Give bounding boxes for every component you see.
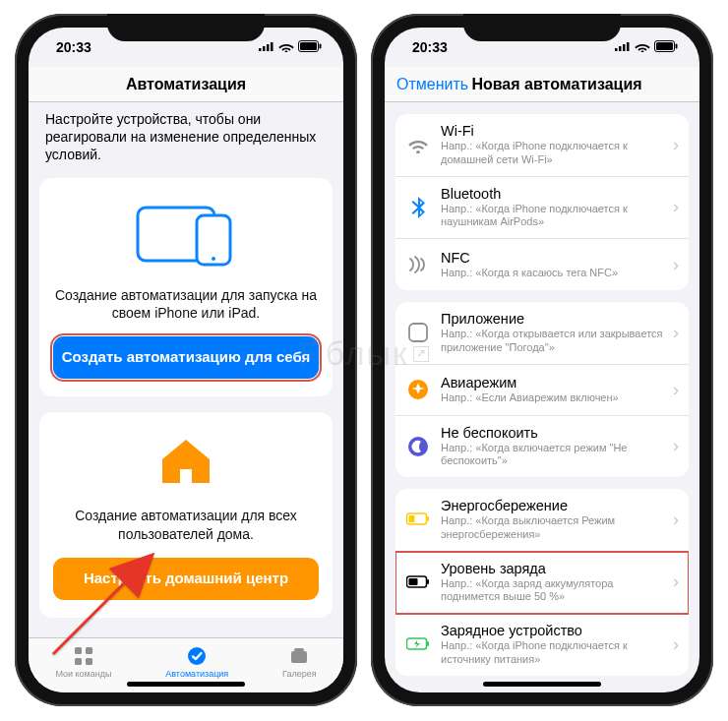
phone-right: 20:33 Отменить Новая автоматизация Wi-Fi…: [371, 14, 713, 706]
setup-home-hub-button[interactable]: Настроить домашний центр: [53, 558, 319, 600]
svg-rect-11: [86, 647, 92, 654]
wifi-icon: [278, 39, 294, 55]
chevron-right-icon: ›: [673, 255, 679, 275]
tab-my-label: Мои команды: [55, 669, 111, 679]
card1-text: Создание автоматизации для запуска на св…: [53, 286, 319, 324]
svg-rect-15: [291, 651, 307, 663]
nav-title: Автоматизация: [126, 76, 246, 93]
devices-icon: [132, 202, 240, 270]
svg-rect-30: [409, 515, 415, 522]
trigger-bluetooth[interactable]: BluetoothНапр.: «Когда iPhone подключает…: [395, 177, 689, 240]
trigger-app[interactable]: ПриложениеНапр.: «Когда открывается или …: [395, 302, 689, 365]
chevron-right-icon: ›: [673, 380, 679, 400]
svg-rect-12: [75, 658, 82, 665]
svg-point-9: [212, 257, 215, 261]
trigger-airplane[interactable]: АвиарежимНапр.: «Если Авиарежим включен»…: [395, 365, 689, 416]
svg-rect-19: [615, 48, 618, 51]
cancel-button[interactable]: Отменить: [396, 76, 468, 93]
svg-rect-2: [267, 44, 270, 51]
home-automation-card: Создание автоматизации для всех пользова…: [39, 412, 333, 618]
chevron-right-icon: ›: [673, 323, 679, 343]
svg-rect-10: [75, 647, 82, 654]
phone-left: 20:33 Автоматизация Настройте устройства…: [15, 14, 357, 706]
bluetooth-icon: [405, 197, 431, 218]
trigger-group-battery: ЭнергосбережениеНапр.: «Когда выключаетс…: [395, 489, 689, 676]
trigger-battery-level[interactable]: Уровень зарядаНапр.: «Когда заряд аккуму…: [395, 552, 689, 615]
tab-gallery[interactable]: Галерея: [282, 645, 317, 679]
svg-rect-34: [427, 579, 429, 584]
svg-rect-16: [294, 648, 304, 651]
home-indicator: [127, 682, 245, 687]
svg-rect-26: [409, 324, 427, 341]
trigger-group-settings: ПриложениеНапр.: «Когда открывается или …: [395, 302, 689, 477]
nav-title: Новая автоматизация: [471, 76, 641, 93]
home-indicator: [483, 682, 601, 687]
nfc-icon: [405, 256, 431, 273]
nav-bar: Автоматизация: [29, 67, 343, 102]
svg-rect-21: [623, 44, 626, 51]
personal-automation-card: Создание автоматизации для запуска на св…: [39, 178, 333, 397]
svg-rect-25: [676, 44, 678, 49]
svg-rect-13: [86, 658, 92, 665]
signal-icon: [259, 39, 274, 55]
trigger-dnd[interactable]: Не беспокоитьНапр.: «Когда включается ре…: [395, 416, 689, 478]
create-personal-automation-button[interactable]: Создать автоматизацию для себя: [53, 336, 319, 379]
tab-gallery-label: Галерея: [282, 669, 317, 679]
battery-level-icon: [405, 575, 431, 589]
svg-rect-36: [427, 641, 429, 646]
trigger-low-power[interactable]: ЭнергосбережениеНапр.: «Когда выключаетс…: [395, 489, 689, 552]
tab-my-shortcuts[interactable]: Мои команды: [55, 645, 111, 679]
svg-rect-24: [656, 42, 673, 50]
low-power-icon: [405, 512, 431, 526]
svg-rect-22: [627, 42, 630, 51]
battery-icon: [654, 39, 678, 55]
svg-rect-6: [320, 44, 322, 49]
svg-rect-1: [263, 46, 266, 51]
chevron-right-icon: ›: [673, 436, 679, 456]
svg-rect-0: [259, 48, 262, 51]
chevron-right-icon: ›: [673, 135, 679, 155]
svg-rect-20: [619, 46, 622, 51]
tab-auto-label: Автоматизация: [165, 669, 228, 679]
svg-rect-5: [300, 42, 317, 50]
home-icon: [158, 436, 213, 491]
svg-point-14: [188, 647, 206, 665]
battery-icon: [298, 39, 322, 55]
charger-icon: [405, 637, 431, 651]
chevron-right-icon: ›: [673, 634, 679, 655]
moon-icon: [405, 436, 431, 457]
airplane-icon: [405, 379, 431, 400]
nav-bar: Отменить Новая автоматизация: [385, 67, 699, 102]
trigger-group-connectivity: Wi-FiНапр.: «Когда iPhone подключается к…: [395, 114, 689, 290]
trigger-charger[interactable]: Зарядное устройствоНапр.: «Когда iPhone …: [395, 614, 689, 676]
trigger-wifi[interactable]: Wi-FiНапр.: «Когда iPhone подключается к…: [395, 114, 689, 177]
tab-automation[interactable]: Автоматизация: [165, 645, 228, 679]
chevron-right-icon: ›: [673, 510, 679, 530]
wifi-icon: [635, 39, 650, 55]
status-time: 20:33: [412, 39, 448, 55]
chevron-right-icon: ›: [673, 197, 679, 217]
svg-rect-3: [271, 42, 273, 51]
chevron-right-icon: ›: [673, 571, 679, 592]
card2-text: Создание автоматизации для всех пользова…: [53, 507, 319, 544]
wifi-icon: [405, 136, 431, 153]
notch: [463, 14, 621, 41]
trigger-nfc[interactable]: NFCНапр.: «Когда я касаюсь тега NFC» ›: [395, 239, 689, 290]
status-time: 20:33: [56, 39, 91, 55]
svg-rect-31: [427, 516, 429, 521]
app-icon: [405, 323, 431, 342]
signal-icon: [615, 39, 631, 55]
intro-text: Настройте устройства, чтобы они реагиров…: [39, 102, 333, 178]
svg-rect-33: [409, 578, 418, 585]
notch: [107, 14, 265, 41]
